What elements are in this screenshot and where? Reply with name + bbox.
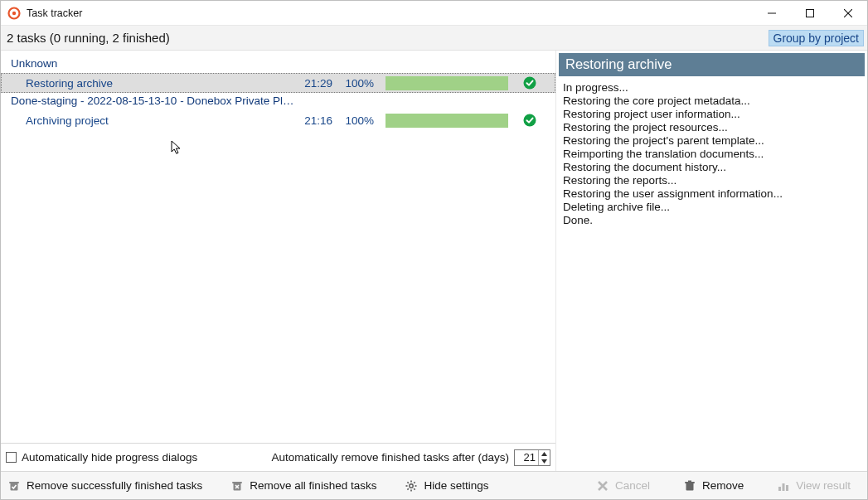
checkbox-box-icon	[6, 452, 17, 463]
cancel-button: Cancel	[596, 479, 650, 493]
remove-successful-button[interactable]: Remove successfully finished tasks	[7, 479, 202, 493]
group-by-project-toggle[interactable]: Group by project	[769, 30, 865, 46]
group-header[interactable]: Done-staging - 2022-08-15-13-10 - Donebo…	[1, 93, 299, 110]
svg-rect-26	[778, 487, 781, 491]
spinner-up-button[interactable]	[539, 450, 550, 458]
svg-line-19	[408, 482, 409, 483]
svg-rect-11	[9, 482, 19, 483]
svg-marker-8	[541, 452, 547, 456]
remove-all-button[interactable]: Remove all finished tasks	[230, 479, 376, 493]
footer-actions: Remove successfully finished tasks Remov…	[1, 471, 867, 499]
svg-rect-13	[232, 482, 242, 483]
auto-hide-checkbox[interactable]: Automatically hide progress dialogs	[6, 451, 197, 464]
log-line: Restoring the user assignment informatio…	[563, 187, 861, 201]
log-line: Deleting archive file...	[563, 201, 861, 214]
log-line: Restoring project user information...	[563, 108, 861, 121]
svg-line-22	[408, 488, 409, 489]
task-name: Restoring archive	[26, 77, 291, 90]
svg-rect-3	[807, 9, 814, 17]
task-percent: 100%	[332, 114, 374, 127]
svg-marker-9	[541, 459, 547, 464]
task-status-success-icon	[523, 114, 536, 127]
task-tracker-window: Task tracker 2 tasks (0 running, 2 finis…	[0, 0, 868, 500]
maximize-button[interactable]	[791, 1, 829, 26]
task-name: Archiving project	[26, 114, 291, 127]
trash-x-icon	[230, 479, 244, 493]
task-status-success-icon	[523, 76, 536, 90]
summary-bar: 2 tasks (0 running, 2 finished) Group by…	[1, 26, 867, 51]
group-header[interactable]: Unknown	[1, 56, 555, 73]
auto-hide-label: Automatically hide progress dialogs	[22, 451, 197, 464]
log-line: Restoring the project's parent template.…	[563, 134, 861, 148]
task-progress-bar	[386, 76, 508, 90]
svg-point-1	[12, 11, 16, 14]
cancel-x-icon	[596, 479, 609, 493]
task-row[interactable]: Archiving project21:16100%	[1, 110, 555, 130]
hide-settings-button[interactable]: Hide settings	[405, 479, 488, 493]
log-line: Done.	[563, 214, 861, 227]
svg-rect-28	[786, 485, 788, 491]
titlebar: Task tracker	[1, 1, 867, 26]
app-icon	[7, 7, 21, 20]
trash-check-icon	[7, 479, 21, 493]
task-progress-bar	[386, 114, 508, 128]
log-line: In progress...	[563, 81, 861, 95]
remove-button[interactable]: Remove	[683, 479, 744, 493]
log-line: Restoring the project resources...	[563, 121, 861, 134]
summary-text: 2 tasks (0 running, 2 finished)	[7, 31, 170, 45]
task-list: UnknownRestoring archive21:29100%Done-st…	[1, 51, 555, 443]
log-line: Restoring the core project metadata...	[563, 95, 861, 108]
task-time: 21:16	[291, 114, 332, 127]
details-title: Restoring archive	[559, 53, 865, 76]
details-log: In progress...Restoring the core project…	[556, 76, 867, 234]
task-list-panel: UnknownRestoring archive21:29100%Done-st…	[1, 51, 556, 471]
main-area: UnknownRestoring archive21:29100%Done-st…	[1, 51, 867, 471]
options-strip: Automatically hide progress dialogs Auto…	[1, 443, 555, 471]
trash-icon	[683, 479, 696, 493]
log-line: Reimporting the translation documents...	[563, 148, 861, 161]
auto-remove-days-spinner[interactable]: 21	[514, 449, 550, 466]
auto-remove-label: Automatically remove finished tasks afte…	[271, 451, 509, 464]
log-line: Restoring the reports...	[563, 174, 861, 187]
window-title: Task tracker	[27, 7, 82, 19]
task-percent: 100%	[332, 77, 374, 90]
auto-remove-days-value[interactable]: 21	[515, 450, 538, 465]
minimize-button[interactable]	[753, 1, 791, 26]
svg-rect-25	[688, 480, 691, 482]
svg-point-14	[410, 483, 413, 487]
details-panel: Restoring archive In progress...Restorin…	[556, 51, 867, 471]
gear-icon	[405, 479, 418, 493]
svg-line-21	[415, 482, 415, 483]
spinner-down-button[interactable]	[539, 458, 550, 465]
close-button[interactable]	[829, 1, 867, 26]
view-result-button: View result	[777, 479, 851, 493]
task-time: 21:29	[291, 77, 332, 90]
log-line: Restoring the document history...	[563, 161, 861, 174]
svg-line-20	[415, 488, 415, 489]
task-row[interactable]: Restoring archive21:29100%	[1, 73, 555, 93]
svg-rect-27	[783, 483, 785, 491]
svg-rect-24	[685, 482, 695, 483]
bar-chart-icon	[777, 479, 790, 493]
svg-rect-23	[686, 483, 693, 490]
